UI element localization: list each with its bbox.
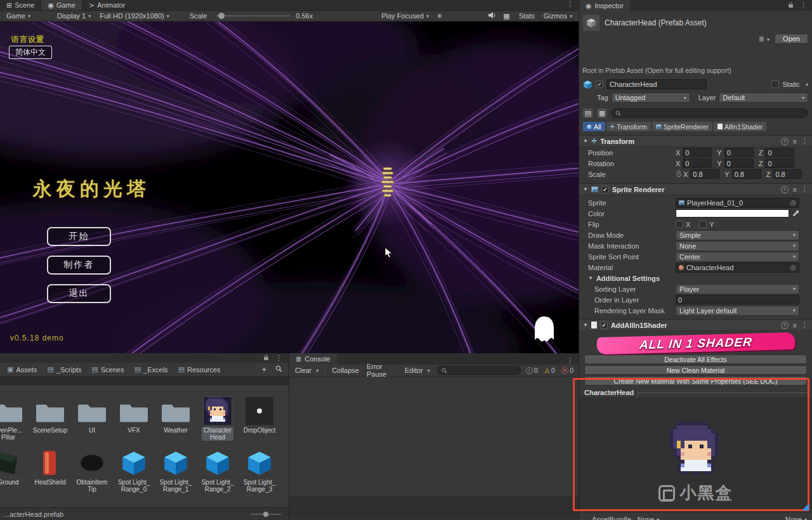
scale-z-field[interactable] xyxy=(773,169,802,179)
asset-bundle-dropdown[interactable]: None▾ xyxy=(638,516,659,520)
game-aspect-dropdown[interactable]: Game▾ xyxy=(3,11,34,21)
component-menu-icon[interactable]: ⋮ xyxy=(801,137,808,145)
project-tab-excels[interactable]: ▤ _Excels xyxy=(130,363,173,376)
add-asset-button[interactable]: + xyxy=(258,365,270,374)
active-checkbox[interactable]: ✓ xyxy=(596,81,603,88)
project-menu-icon[interactable]: ⋮ xyxy=(275,354,282,362)
asset-tile-spotlight2[interactable]: Spot Light_ Range_2 xyxy=(198,448,237,493)
start-button[interactable]: 开始 xyxy=(47,227,111,246)
asset-bundle-variant-dropdown[interactable]: None▾ xyxy=(785,516,807,520)
filter-chip-allin1shader[interactable]: AllIn1Shader xyxy=(714,122,766,131)
sprite-object-field[interactable]: PlayerHead_01_0 ◎ xyxy=(676,198,799,208)
asset-tile-obtainitemtip[interactable]: ObtainItem Tip xyxy=(72,448,112,493)
foldout-arrow[interactable]: ▼ xyxy=(583,322,588,328)
mask-interaction-dropdown[interactable]: None▾ xyxy=(676,241,799,251)
component-menu-icon[interactable]: ⋮ xyxy=(801,185,808,193)
flip-x-checkbox[interactable] xyxy=(676,221,683,228)
scale-slider[interactable] xyxy=(216,15,291,16)
static-dropdown-arrow[interactable]: ▾ xyxy=(806,82,808,88)
console-warning-count[interactable]: ⚠ 0 xyxy=(542,367,558,374)
project-tab-scripts[interactable]: ▤ _Scripts xyxy=(43,363,86,376)
console-error-count[interactable]: ✕ 0 xyxy=(559,367,576,374)
console-editor-dropdown[interactable]: Editor▾ xyxy=(402,365,433,375)
language-button[interactable]: 简体中文 xyxy=(9,46,52,59)
flip-y-checkbox[interactable] xyxy=(699,221,707,228)
create-new-material-button[interactable]: Create New Material With Same Properties… xyxy=(584,376,807,386)
filter-chip-spriterenderer[interactable]: SpriteRenderer xyxy=(652,122,712,131)
project-lock-icon[interactable] xyxy=(263,354,269,362)
component-enabled-checkbox[interactable]: ✓ xyxy=(600,322,608,329)
exit-button[interactable]: 退出 xyxy=(47,284,111,303)
component-book-icon[interactable]: ▤ xyxy=(583,108,593,118)
asset-tile-weather[interactable]: Weather xyxy=(156,396,195,434)
thumbnail-size-slider[interactable] xyxy=(247,514,285,515)
new-clean-material-button[interactable]: New Clean Material xyxy=(584,365,807,375)
tab-animator[interactable]: ≻ Animator xyxy=(82,0,132,10)
asset-tile-characterhead-selected[interactable]: Character Head xyxy=(198,396,237,441)
presets-icon[interactable]: ≡ xyxy=(793,322,797,329)
position-y-field[interactable] xyxy=(724,148,754,157)
additional-settings-header[interactable]: ▼ Additional Settings xyxy=(579,273,812,283)
gizmos-dropdown[interactable]: Gizmos▾ xyxy=(540,11,576,21)
presets-icon[interactable]: ≡ xyxy=(793,138,797,145)
asset-tile-vfx[interactable]: VFX xyxy=(114,396,154,434)
color-swatch[interactable] xyxy=(676,209,789,218)
static-checkbox[interactable] xyxy=(771,81,779,88)
console-collapse-button[interactable]: Collapse xyxy=(329,365,362,375)
asset-tile-spotlight1[interactable]: Spot Light_ Range_1 xyxy=(156,448,195,493)
component-search-input[interactable] xyxy=(611,108,808,118)
component-save-icon[interactable]: ▦ xyxy=(597,108,607,118)
asset-tile-spotlight3[interactable]: Spot Light_ Range_3 xyxy=(240,448,279,493)
position-z-field[interactable] xyxy=(765,148,794,157)
asset-tile-heatshield[interactable]: HeatShield xyxy=(30,448,70,486)
tab-menu-icon[interactable]: ⋮ xyxy=(561,0,579,10)
filter-chip-all[interactable]: All xyxy=(583,122,605,131)
credits-button[interactable]: 制作者 xyxy=(47,256,111,275)
console-errorpause-button[interactable]: Error Pause xyxy=(363,365,400,375)
prefab-overrides-icon[interactable]: ≣▾ xyxy=(759,35,769,43)
console-info-count[interactable]: ! 0 xyxy=(523,367,540,374)
foldout-arrow[interactable]: ▼ xyxy=(588,275,593,281)
draw-mode-dropdown[interactable]: Simple▾ xyxy=(676,230,799,240)
tab-console[interactable]: ≣ Console xyxy=(289,353,337,365)
order-in-layer-field[interactable] xyxy=(676,295,799,304)
object-picker-icon[interactable]: ◎ xyxy=(790,263,796,271)
material-object-field[interactable]: CharacterHead ◎ xyxy=(676,263,799,273)
rotation-x-field[interactable] xyxy=(683,159,712,168)
foldout-arrow[interactable]: ▼ xyxy=(583,138,588,144)
resolution-dropdown[interactable]: Full HD (1920x1080)▾ xyxy=(96,11,173,21)
asset-tile-scenesetup[interactable]: SceneSetup xyxy=(30,396,70,434)
capture-icon[interactable]: ✳ xyxy=(436,12,442,20)
deactivate-all-effects-button[interactable]: Deactivate All Effects xyxy=(584,354,807,364)
help-icon[interactable]: ? xyxy=(781,186,789,193)
console-search-input[interactable] xyxy=(437,366,521,375)
tag-dropdown[interactable]: Untagged▾ xyxy=(612,93,690,103)
presets-icon[interactable]: ≡ xyxy=(793,186,797,193)
asset-tile-dropobject[interactable]: DropObject xyxy=(240,396,279,434)
project-search-icon[interactable] xyxy=(272,365,286,374)
addallin1shader-header[interactable]: ▼ ✓ AddAllIn1Shader ? ≡ ⋮ xyxy=(579,319,812,331)
tab-scene[interactable]: ⊞ Scene xyxy=(0,0,41,10)
asset-tile-ground[interactable]: Ground xyxy=(0,448,28,486)
rendering-layer-mask-dropdown[interactable]: Light Layer default▾ xyxy=(676,306,799,316)
sort-point-dropdown[interactable]: Center▾ xyxy=(676,252,799,262)
filter-chip-transform[interactable]: ✛ Transform xyxy=(606,122,651,131)
foldout-arrow[interactable]: ▼ xyxy=(583,186,588,192)
help-icon[interactable]: ? xyxy=(781,138,789,145)
layer-dropdown[interactable]: Default▾ xyxy=(719,93,808,103)
console-menu-icon[interactable]: ⋮ xyxy=(566,356,573,365)
tab-inspector[interactable]: ◉ Inspector xyxy=(579,0,630,11)
rotation-y-field[interactable] xyxy=(724,159,754,168)
vsync-grid-icon[interactable]: ▦ xyxy=(503,12,509,20)
scale-link-icon[interactable] xyxy=(676,171,682,178)
project-tab-resources[interactable]: ▤ Resources xyxy=(174,363,225,376)
inspector-menu-icon[interactable]: ⋮ xyxy=(800,1,807,10)
rotation-z-field[interactable] xyxy=(765,159,794,168)
component-menu-icon[interactable]: ⋮ xyxy=(801,321,808,329)
inspector-lock-icon[interactable] xyxy=(788,2,794,10)
display-dropdown[interactable]: Display 1▾ xyxy=(53,11,95,21)
scale-x-field[interactable] xyxy=(690,169,719,179)
resize-handle[interactable] xyxy=(802,504,809,510)
position-x-field[interactable] xyxy=(683,148,712,157)
asset-tile-pillar[interactable]: avenPle... Pillar xyxy=(0,396,28,441)
